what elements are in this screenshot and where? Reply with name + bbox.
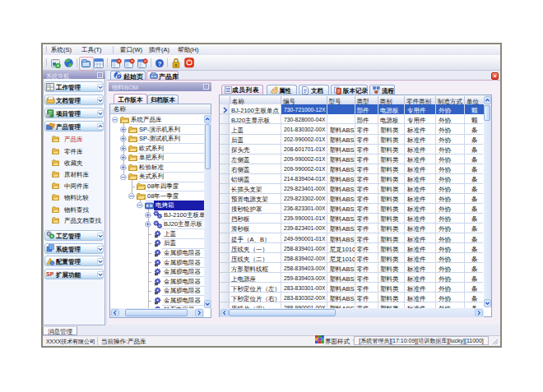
svg-text:?: ? [158,60,162,67]
